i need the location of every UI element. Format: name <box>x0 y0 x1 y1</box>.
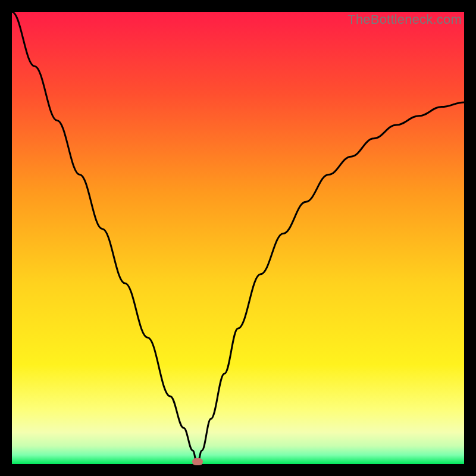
watermark-text: TheBottleneck.com <box>347 12 462 27</box>
gradient-background <box>12 12 464 464</box>
minimum-marker <box>192 458 203 465</box>
plot-area <box>12 12 464 464</box>
chart-frame: TheBottleneck.com <box>12 12 464 464</box>
